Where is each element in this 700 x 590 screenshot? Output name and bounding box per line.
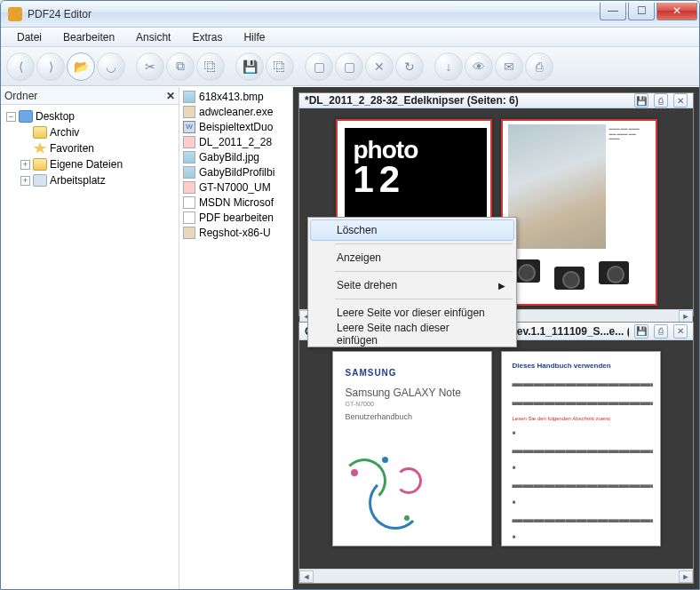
ctx-rotate[interactable]: Seite drehen▶ [310,275,514,296]
view-button[interactable]: 👁 [465,52,493,81]
text-icon [183,211,195,224]
file-item[interactable]: Regshot-x86-U [179,225,292,240]
scroll-left-icon[interactable]: ◄ [299,570,314,583]
toolbar: ⟨ ⟩ 📂 ◡ ✂ ⧉ ⿻ 💾 ⿻ ▢ ▢ ✕ ↻ ↓ 👁 ✉ ⎙ [1,47,699,86]
ctx-insert-after[interactable]: Leere Seite nach dieser einfügen [310,323,514,345]
menu-ansicht[interactable]: Ansicht [125,28,181,46]
mail-button[interactable]: ✉ [495,52,523,81]
file-item[interactable]: WBeispieltextDuo [179,119,292,134]
folder-icon [33,158,47,171]
file-name: 618x413.bmp [199,91,264,103]
close-button[interactable]: ✕ [656,3,697,20]
file-item[interactable]: PDF bearbeiten [179,210,292,225]
file-item[interactable]: GabyBild.jpg [179,149,292,164]
save-button[interactable]: 💾 [235,52,264,81]
file-name: GT-N7000_UM [199,181,271,194]
maximize-button[interactable]: ☐ [628,3,655,20]
minimize-button[interactable]: — [600,3,626,20]
manual-warning: Lesen Sie den folgenden Abschnitt zuerst [513,415,642,423]
image-icon [183,166,195,179]
ctx-delete[interactable]: Löschen [310,219,514,241]
copy-button[interactable]: ⧉ [166,52,195,81]
folder-tree: −Desktop Archiv Favoriten +Eigene Dateie… [1,105,179,589]
app-icon [8,7,22,21]
open-button[interactable]: 📂 [67,52,95,81]
file-name: GabyBild.jpg [199,151,259,163]
pdf-page[interactable]: SAMSUNG Samsung GALAXY Note GT-N7000 Ben… [332,351,492,546]
tree-item[interactable]: −Desktop [3,108,177,124]
ctx-insert-before[interactable]: Leere Seite vor dieser einfügen [310,302,514,323]
ctx-label: Leere Seite nach dieser einfügen [337,322,489,347]
window-title: PDF24 Editor [28,8,598,20]
text-icon [183,196,195,209]
bookmark-button[interactable]: ◡ [97,52,125,81]
folder-icon [33,126,47,139]
star-icon [33,142,47,155]
pages-button[interactable]: ▢ [335,52,363,81]
expand-icon[interactable]: + [20,176,30,186]
file-item[interactable]: GT-N7000_UM [179,179,292,195]
down-button[interactable]: ↓ [434,52,463,81]
ctx-label: Anzeigen [337,251,381,264]
image-icon [183,91,195,103]
tree-item[interactable]: +Arbeitsplatz [3,172,177,188]
file-item[interactable]: MSDN Microsof [179,195,292,210]
doc-close-icon[interactable]: ✕ [673,93,688,108]
ctx-separator [335,271,513,272]
menu-hilfe[interactable]: Hilfe [233,28,275,46]
doc-save-icon[interactable]: 💾 [634,93,648,108]
pdf-icon [183,136,195,148]
doc-print-icon[interactable]: ⎙ [654,324,668,339]
save-all-button[interactable]: ⿻ [266,52,294,81]
menu-extras[interactable]: Extras [181,28,233,46]
forward-button[interactable]: ⟩ [36,52,65,81]
scroll-right-icon[interactable]: ► [679,570,693,583]
cut-button[interactable]: ✂ [136,52,164,81]
page-graphic: Dieses Handbuch verwenden ▬▬▬▬▬▬▬▬▬▬▬▬▬▬… [502,352,653,538]
ctx-label: Löschen [337,224,377,236]
file-item[interactable]: 618x413.bmp [179,89,292,104]
manual-heading: Dieses Handbuch verwenden [513,361,642,371]
file-item[interactable]: DL_2011_2_28 [179,134,292,149]
expand-icon[interactable]: + [20,160,30,170]
rotate-button[interactable]: ↻ [395,52,424,81]
doc-close-icon[interactable]: ✕ [673,324,688,339]
ctx-label: Leere Seite vor dieser einfügen [337,307,485,319]
document-title: *DL_2011_2_28-32_Edelknipser (Seiten: 6) [305,94,629,107]
doc-print-icon[interactable]: ⎙ [654,93,668,108]
print-button[interactable]: ⎙ [525,52,553,81]
back-button[interactable]: ⟨ [6,52,35,81]
pc-icon [33,174,47,187]
exe-icon [183,227,195,239]
ctx-view[interactable]: Anzeigen [310,247,514,268]
tree-label: Desktop [36,110,75,123]
ctx-label: Seite drehen [337,279,397,291]
file-item[interactable]: GabyBildProfilbi [179,164,292,179]
pdf-page[interactable]: Dieses Handbuch verwenden ▬▬▬▬▬▬▬▬▬▬▬▬▬▬… [501,351,661,546]
scrollbar[interactable]: ◄ ► [299,569,693,583]
tree-item[interactable]: Favoriten [3,140,177,156]
page-graphic: SAMSUNG Samsung GALAXY Note GT-N7000 Ben… [333,352,484,538]
menubar: Datei Bearbeiten Ansicht Extras Hilfe [1,28,699,47]
subtitle-label: Benutzerhandbuch [346,412,472,421]
folder-panel-close-icon[interactable]: ✕ [166,90,175,102]
file-name: Regshot-x86-U [199,227,271,239]
tree-item[interactable]: +Eigene Dateien [3,156,177,172]
paste-button[interactable]: ⿻ [196,52,225,81]
titlebar: PDF24 Editor — ☐ ✕ [1,1,699,28]
document-body[interactable]: SAMSUNG Samsung GALAXY Note GT-N7000 Ben… [299,340,693,569]
exe-icon [183,106,195,118]
scroll-right-icon[interactable]: ► [679,310,693,323]
file-item[interactable]: adwcleaner.exe [179,104,292,119]
file-name: PDF bearbeiten [199,211,274,224]
expand-icon[interactable]: − [6,112,16,122]
menu-bearbeiten[interactable]: Bearbeiten [52,28,125,46]
delete-button[interactable]: ✕ [365,52,394,81]
menu-datei[interactable]: Datei [6,28,52,46]
tree-item[interactable]: Archiv [3,124,177,140]
page-button[interactable]: ▢ [305,52,333,81]
document-2: GT-N7000_UM_Open_Gingerbread_Ger_Rev.1.1… [298,322,694,584]
doc-save-icon[interactable]: 💾 [634,324,648,339]
file-name: DL_2011_2_28 [199,136,272,148]
pdf-page[interactable]: ▬▬▬ ▬▬ ▬▬▬ ▬▬ ▬▬▬ ▬▬ ▬▬▬ [501,119,657,306]
